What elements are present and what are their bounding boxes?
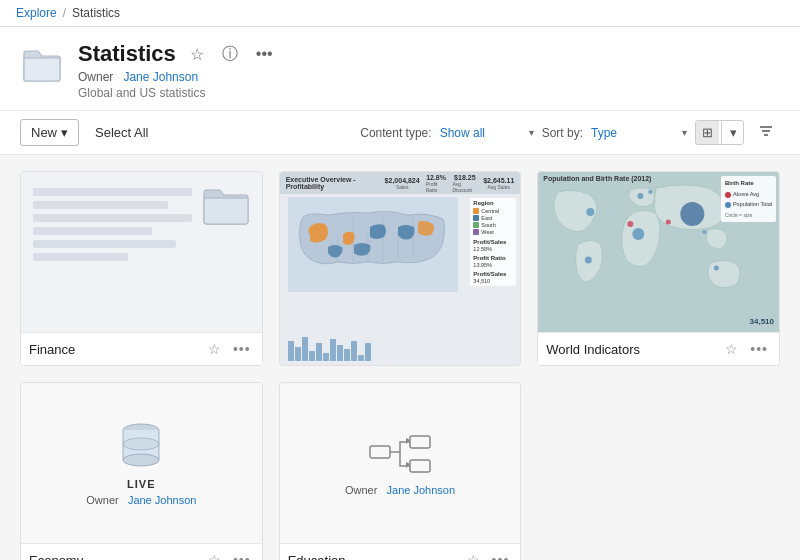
economy-footer: Economy ☆ ••• [21, 543, 262, 560]
bar-6 [323, 353, 329, 361]
world-dot-large [681, 202, 705, 226]
select-all-button[interactable]: Select All [91, 120, 152, 145]
world-favorite-button[interactable]: ☆ [722, 339, 741, 359]
owner-line: Owner Jane Johnson [78, 70, 780, 84]
line-1 [33, 188, 192, 196]
world-dot-namerica [587, 208, 595, 216]
economy-card[interactable]: LIVE Owner Jane Johnson Economy ☆ ••• [20, 382, 263, 560]
finance-card[interactable]: Finance ☆ ••• [20, 171, 263, 366]
items-grid: Finance ☆ ••• Executive Overview - Profi… [20, 171, 780, 560]
education-card[interactable]: Owner Jane Johnson Education ☆ ••• [279, 382, 522, 560]
svg-rect-11 [410, 436, 430, 448]
bar-10 [351, 341, 357, 361]
ss-metric-1: $2,004,824 Sales [385, 177, 420, 190]
education-more-button[interactable]: ••• [489, 550, 513, 560]
toolbar: New ▾ Select All Content type: Show all … [0, 111, 800, 155]
list-view-button[interactable]: ▾ [724, 121, 743, 144]
bar-7 [330, 339, 336, 361]
superstore-region-panel: Region Central East South West Profit/Sa… [470, 198, 516, 286]
education-name: Education [288, 553, 346, 561]
finance-more-button[interactable]: ••• [230, 339, 254, 359]
filter-icon [758, 123, 774, 139]
sort-by-select[interactable]: Type Name Date Modified [591, 126, 680, 140]
ss-metric-2: 12.8% Profit Ratio [426, 174, 447, 193]
economy-more-button[interactable]: ••• [230, 550, 254, 560]
database-icon [120, 420, 162, 472]
world-footer: World Indicators ☆ ••• [538, 332, 779, 365]
world-more-button[interactable]: ••• [747, 339, 771, 359]
sort-by-wrapper[interactable]: Type Name Date Modified [591, 126, 687, 140]
line-2 [33, 201, 168, 209]
breadcrumb-explore-link[interactable]: Explore [16, 6, 57, 20]
economy-actions: ☆ ••• [205, 550, 254, 560]
grid-view-button[interactable]: ⊞ [696, 121, 719, 144]
world-dot-sm-1 [649, 190, 653, 194]
world-dot-europe [638, 193, 644, 199]
world-dot-africa [633, 228, 645, 240]
education-footer: Education ☆ ••• [280, 543, 521, 560]
economy-owner-line: Owner Jane Johnson [86, 494, 196, 506]
education-thumbnail: Owner Jane Johnson [280, 383, 521, 543]
finance-lines [33, 184, 192, 261]
world-indicators-card[interactable]: Birth Rate Above Avg Population Total Ci… [537, 171, 780, 366]
superstore-card[interactable]: Executive Overview - Profitability $2,00… [279, 171, 522, 366]
line-6 [33, 253, 128, 261]
economy-favorite-button[interactable]: ☆ [205, 550, 224, 560]
new-button[interactable]: New ▾ [20, 119, 79, 146]
ss-title: Executive Overview - Profitability [286, 176, 379, 190]
line-3 [33, 214, 192, 222]
finance-actions: ☆ ••• [205, 339, 254, 359]
folder-icon [20, 43, 64, 87]
education-owner-link[interactable]: Jane Johnson [387, 484, 456, 496]
svg-rect-10 [370, 446, 390, 458]
view-toggle: ⊞ ▾ [695, 120, 744, 145]
header-title-row: Statistics ☆ ⓘ ••• [78, 41, 780, 67]
svg-point-9 [123, 438, 159, 450]
education-actions: ☆ ••• [464, 550, 513, 560]
page-header: Statistics ☆ ⓘ ••• Owner Jane Johnson Gl… [0, 27, 800, 111]
bar-1 [288, 341, 294, 361]
bar-12 [365, 343, 371, 361]
world-dot-red-2 [666, 220, 671, 225]
toolbar-right: Content type: Show all Workbooks Data So… [360, 119, 780, 146]
header-text-block: Statistics ☆ ⓘ ••• Owner Jane Johnson Gl… [78, 41, 780, 100]
more-options-button[interactable]: ••• [252, 43, 277, 65]
world-chart-title: Population and Birth Rate (2012) [543, 175, 651, 182]
header-description: Global and US statistics [78, 86, 780, 100]
bar-4 [309, 351, 315, 361]
world-dot-samerica [585, 257, 592, 264]
world-dot-sm-2 [703, 230, 707, 234]
bar-8 [337, 345, 343, 361]
bar-2 [295, 347, 301, 361]
owner-label: Owner [78, 70, 113, 84]
new-button-label: New [31, 125, 57, 140]
superstore-thumbnail: Executive Overview - Profitability $2,00… [280, 172, 521, 365]
ss-metric-3: $18.25 Avg Discount [452, 174, 477, 193]
education-favorite-button[interactable]: ☆ [464, 550, 483, 560]
bar-5 [316, 343, 322, 361]
owner-name-link[interactable]: Jane Johnson [123, 70, 198, 84]
world-stat-number: 34,510 [750, 317, 774, 326]
info-button[interactable]: ⓘ [218, 42, 242, 67]
finance-favorite-button[interactable]: ☆ [205, 339, 224, 359]
economy-owner-link[interactable]: Jane Johnson [128, 494, 197, 506]
breadcrumb: Explore / Statistics [0, 0, 800, 27]
finance-name: Finance [29, 342, 75, 357]
favorite-button[interactable]: ☆ [186, 43, 208, 66]
content-type-select[interactable]: Show all Workbooks Data Sources Flows [440, 126, 527, 140]
economy-thumbnail: LIVE Owner Jane Johnson [21, 383, 262, 543]
finance-thumb-inner [21, 172, 262, 332]
education-thumb-inner: Owner Jane Johnson [345, 383, 455, 543]
finance-thumbnail [21, 172, 262, 332]
world-legend: Birth Rate Above Avg Population Total Ci… [721, 176, 776, 222]
bar-3 [302, 337, 308, 361]
breadcrumb-current: Statistics [72, 6, 120, 20]
superstore-map [288, 197, 458, 292]
content-type-wrapper[interactable]: Show all Workbooks Data Sources Flows [440, 126, 534, 140]
superstore-chart [288, 331, 458, 361]
svg-point-6 [123, 454, 159, 466]
finance-folder-icon [202, 184, 250, 226]
content-type-label: Content type: [360, 126, 431, 140]
filter-button[interactable] [752, 119, 780, 146]
education-owner-line: Owner Jane Johnson [345, 484, 455, 496]
